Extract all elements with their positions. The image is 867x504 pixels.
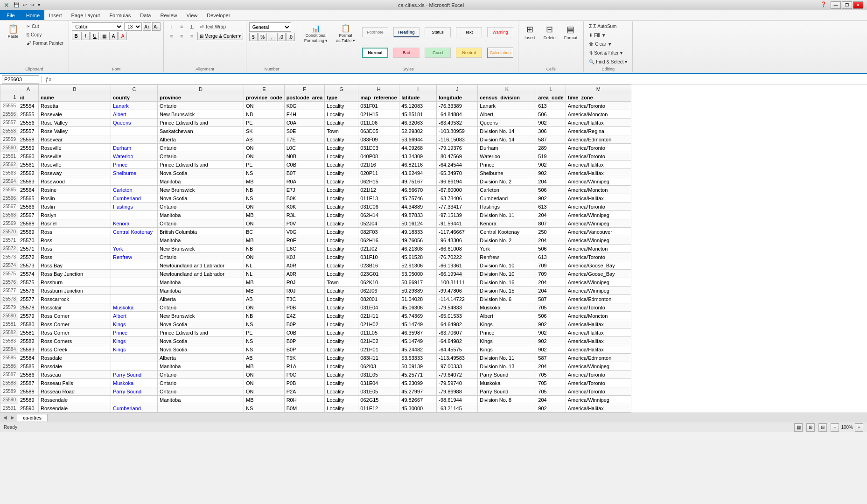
table-cell[interactable]: 023G01 xyxy=(358,270,399,278)
table-cell[interactable]: 45.85181 xyxy=(399,110,437,119)
table-cell[interactable]: Ross Corner xyxy=(39,320,111,329)
table-cell[interactable]: 519 xyxy=(536,152,566,161)
table-cell[interactable]: America/Halifax xyxy=(566,119,631,127)
table-cell[interactable]: Roseville xyxy=(39,161,111,169)
table-cell[interactable]: 506 xyxy=(536,110,566,119)
table-cell[interactable]: Locality xyxy=(325,253,358,261)
table-cell[interactable]: Town xyxy=(325,127,358,135)
table-cell[interactable]: -66.19944 xyxy=(437,270,478,278)
table-cell[interactable]: 021H01 xyxy=(358,345,399,354)
menu-review[interactable]: Review xyxy=(155,10,182,20)
table-cell[interactable]: 506 xyxy=(536,245,566,253)
table-cell[interactable]: -114.14722 xyxy=(437,295,478,303)
table-cell[interactable]: 25575 xyxy=(18,278,39,287)
table-cell[interactable]: 705 xyxy=(536,387,566,396)
table-cell[interactable]: 613 xyxy=(536,253,566,261)
table-cell[interactable]: Locality xyxy=(325,371,358,379)
table-cell[interactable]: Rosnel xyxy=(39,219,111,228)
table-cell[interactable]: America/Goose_Bay xyxy=(566,270,631,278)
table-cell[interactable]: Renfrew xyxy=(478,253,536,261)
table-cell[interactable]: 25581 xyxy=(18,329,39,337)
table-cell[interactable]: Division No. 10 xyxy=(478,261,536,270)
table-cell[interactable]: Prince Edward Island xyxy=(158,119,244,127)
header-timezone[interactable]: time_zone xyxy=(566,93,631,102)
table-cell[interactable]: Ontario xyxy=(158,152,244,161)
table-cell[interactable]: 25568 xyxy=(18,219,39,228)
table-cell[interactable]: MB xyxy=(244,278,285,287)
table-cell[interactable]: Division No. 14 xyxy=(478,135,536,144)
table-cell[interactable]: Hastings xyxy=(478,203,536,211)
table-cell[interactable]: 25565 xyxy=(18,194,39,203)
table-cell[interactable]: 306 xyxy=(536,127,566,135)
table-cell[interactable]: Locality xyxy=(325,135,358,144)
col-header-J[interactable]: J xyxy=(437,85,478,93)
table-cell[interactable]: Division No. 6 xyxy=(478,295,536,303)
table-cell[interactable]: Rosseau Road xyxy=(39,387,111,396)
align-right-btn[interactable]: ≡ xyxy=(187,32,196,40)
table-cell[interactable]: -79.19376 xyxy=(437,144,478,152)
table-cell[interactable]: York xyxy=(478,245,536,253)
merge-center-btn[interactable]: ⊞ Merge & Center ▾ xyxy=(197,32,243,40)
menu-data[interactable]: Data xyxy=(135,10,155,20)
align-left-btn[interactable]: ≡ xyxy=(167,32,176,40)
table-cell[interactable]: 587 xyxy=(536,354,566,362)
table-cell[interactable]: America/Edmonton xyxy=(566,135,631,144)
table-cell[interactable]: Locality xyxy=(325,144,358,152)
table-cell[interactable]: America/Toronto xyxy=(566,379,631,387)
bold-btn[interactable]: B xyxy=(72,32,80,40)
table-cell[interactable]: Ontario xyxy=(158,144,244,152)
table-cell[interactable]: 51.04028 xyxy=(399,295,437,303)
redo-quick-btn[interactable]: ↪ xyxy=(29,2,35,8)
style-calculation[interactable]: Calculation xyxy=(485,43,515,63)
table-cell[interactable]: ON xyxy=(244,371,285,379)
table-cell[interactable]: C0A xyxy=(284,119,325,127)
table-cell[interactable]: Central Kootenay xyxy=(478,228,536,236)
format-as-table-btn[interactable]: 📋 Formatas Table ▾ xyxy=(333,22,358,46)
table-cell[interactable]: America/Moncton xyxy=(566,245,631,253)
table-cell[interactable]: Locality xyxy=(325,119,358,127)
table-cell[interactable]: 25579 xyxy=(18,312,39,320)
table-cell[interactable]: Locality xyxy=(325,161,358,169)
table-cell[interactable]: Manitoba xyxy=(158,177,244,186)
table-cell[interactable]: 082001 xyxy=(358,295,399,303)
table-cell[interactable]: -116.15083 xyxy=(437,135,478,144)
table-cell[interactable]: -77.33417 xyxy=(437,203,478,211)
header-id[interactable]: id xyxy=(18,93,39,102)
table-cell[interactable]: 49.76056 xyxy=(399,236,437,245)
table-cell[interactable]: 062I03 xyxy=(358,362,399,371)
table-cell[interactable]: Locality xyxy=(325,228,358,236)
table-cell[interactable]: Rossdale xyxy=(39,354,111,362)
table-cell[interactable]: Rosevear xyxy=(39,135,111,144)
table-cell[interactable]: 031E04 xyxy=(358,303,399,312)
col-header-D[interactable]: D xyxy=(158,85,244,93)
table-cell[interactable]: Manitoba xyxy=(158,236,244,245)
table-cell[interactable]: Carleton xyxy=(478,186,536,194)
table-cell[interactable]: Albert xyxy=(111,110,158,119)
table-cell[interactable]: E6C xyxy=(284,245,325,253)
table-cell[interactable]: 25558 xyxy=(18,135,39,144)
table-cell[interactable]: 43.34309 xyxy=(399,152,437,161)
header-province[interactable]: province xyxy=(158,93,244,102)
table-cell[interactable]: Manitoba xyxy=(158,396,244,404)
table-cell[interactable]: Locality xyxy=(325,211,358,219)
table-cell[interactable]: America/Moncton xyxy=(566,110,631,119)
table-cell[interactable]: America/Toronto xyxy=(566,144,631,152)
table-cell[interactable]: -79.54833 xyxy=(437,303,478,312)
table-cell[interactable]: 45.12083 xyxy=(399,102,437,110)
table-cell[interactable]: 204 xyxy=(536,211,566,219)
table-cell[interactable]: Newfoundland and Labrador xyxy=(158,270,244,278)
table-cell[interactable]: 902 xyxy=(536,345,566,354)
header-province-code[interactable]: province_code xyxy=(244,93,285,102)
table-cell[interactable]: Nova Scotia xyxy=(158,194,244,203)
table-cell[interactable]: 45.30000 xyxy=(399,404,437,413)
table-cell[interactable]: 25564 xyxy=(18,186,39,194)
table-cell[interactable]: 43.62494 xyxy=(399,169,437,177)
table-cell[interactable]: -64.64982 xyxy=(437,337,478,345)
table-cell[interactable]: Parry Sound xyxy=(111,371,158,379)
col-header-F[interactable]: F xyxy=(284,85,325,93)
table-cell[interactable]: Locality xyxy=(325,354,358,362)
font-color-btn[interactable]: A xyxy=(119,32,127,40)
table-cell[interactable]: PE xyxy=(244,329,285,337)
table-cell[interactable]: 25557 xyxy=(18,127,39,135)
table-cell[interactable]: -67.60000 xyxy=(437,186,478,194)
